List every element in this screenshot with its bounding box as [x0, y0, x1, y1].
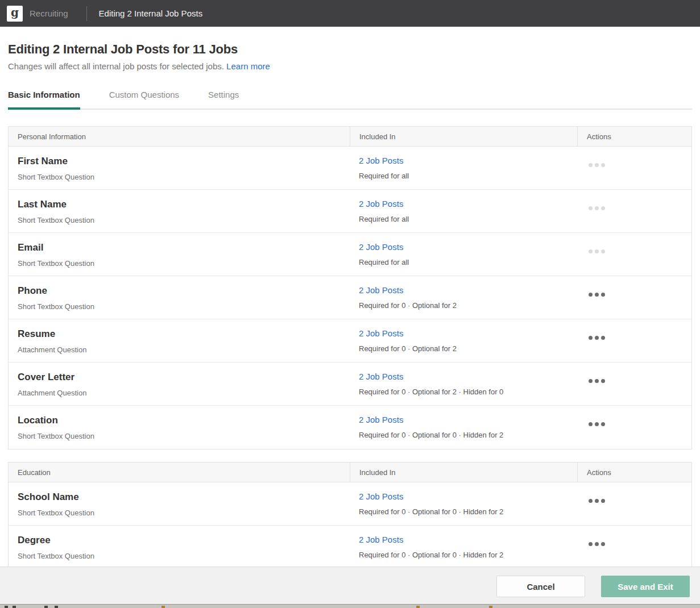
table-row: Phone Short Textbox Question 2 Job Posts… — [9, 276, 691, 319]
column-header-actions: Actions — [577, 127, 691, 146]
job-posts-link[interactable]: 2 Job Posts — [359, 285, 403, 295]
actions-cell — [577, 482, 691, 525]
ellipsis-icon — [595, 542, 599, 546]
ellipsis-icon — [595, 163, 599, 167]
row-actions-menu-button[interactable] — [586, 290, 607, 299]
question-cell: School Name Short Textbox Question — [9, 482, 350, 525]
row-actions-menu-button[interactable] — [586, 497, 607, 505]
job-posts-link[interactable]: 2 Job Posts — [359, 156, 403, 165]
question-cell: Last Name Short Textbox Question — [9, 190, 350, 232]
row-inclusion-status: Required for 0 · Optional for 2 — [359, 344, 577, 353]
table-row: Email Short Textbox Question 2 Job Posts… — [9, 233, 691, 276]
row-inclusion-status: Required for 0 · Optional for 0 · Hidden… — [359, 551, 577, 559]
actions-cell — [577, 363, 691, 405]
included-in-cell: 2 Job Posts Required for 0 · Optional fo… — [350, 482, 577, 525]
cancel-button[interactable]: Cancel — [496, 576, 585, 597]
job-posts-link[interactable]: 2 Job Posts — [359, 415, 403, 424]
ellipsis-icon — [589, 379, 593, 383]
education-table: Education Included In Actions School Nam… — [8, 462, 692, 569]
job-posts-link[interactable]: 2 Job Posts — [359, 535, 403, 544]
tab-custom-questions[interactable]: Custom Questions — [109, 90, 179, 109]
job-posts-link[interactable]: 2 Job Posts — [359, 492, 403, 501]
row-inclusion-status: Required for all — [359, 258, 577, 266]
row-title: Phone — [18, 285, 350, 297]
ellipsis-icon — [589, 422, 593, 426]
ellipsis-icon — [601, 379, 605, 383]
included-in-cell: 2 Job Posts Required for 0 · Optional fo… — [350, 276, 577, 319]
row-question-type: Attachment Question — [18, 389, 350, 397]
table-row: Cover Letter Attachment Question 2 Job P… — [9, 363, 691, 406]
row-question-type: Short Textbox Question — [18, 552, 350, 560]
bottom-strip-speck — [13, 606, 16, 608]
column-header-included-in: Included In — [350, 127, 577, 146]
question-cell: Resume Attachment Question — [9, 319, 350, 362]
row-question-type: Short Textbox Question — [18, 302, 350, 311]
ellipsis-icon — [589, 206, 593, 210]
column-header-actions: Actions — [577, 463, 691, 482]
ellipsis-icon — [601, 422, 605, 426]
row-question-type: Short Textbox Question — [18, 259, 350, 268]
bottom-strip-speck — [5, 606, 8, 608]
learn-more-link[interactable]: Learn more — [226, 61, 270, 71]
ellipsis-icon — [595, 422, 599, 426]
tab-settings[interactable]: Settings — [208, 90, 239, 109]
job-posts-link[interactable]: 2 Job Posts — [359, 199, 403, 209]
save-and-exit-button[interactable]: Save and Exit — [601, 576, 690, 597]
included-in-cell: 2 Job Posts Required for all — [350, 233, 577, 276]
row-inclusion-status: Required for all — [359, 215, 577, 223]
row-title: Email — [18, 241, 350, 254]
question-cell: Location Short Textbox Question — [9, 406, 350, 449]
ellipsis-icon — [589, 249, 593, 253]
ellipsis-icon — [589, 499, 593, 503]
product-name-recruiting[interactable]: Recruiting — [30, 9, 68, 18]
actions-cell — [577, 147, 691, 189]
job-posts-link[interactable]: 2 Job Posts — [359, 372, 403, 381]
ellipsis-icon — [601, 336, 605, 340]
row-inclusion-status: Required for 0 · Optional for 0 · Hidden… — [359, 431, 577, 439]
table-row: Degree Short Textbox Question 2 Job Post… — [9, 526, 691, 569]
row-title: Location — [18, 414, 350, 427]
table-row: First Name Short Textbox Question 2 Job … — [9, 147, 691, 190]
ellipsis-icon — [589, 293, 593, 297]
question-cell: Cover Letter Attachment Question — [9, 363, 350, 405]
row-title: Resume — [18, 328, 350, 340]
question-cell: Degree Short Textbox Question — [9, 526, 350, 569]
table-row: Resume Attachment Question 2 Job Posts R… — [9, 319, 691, 363]
ellipsis-icon — [601, 249, 605, 253]
included-in-cell: 2 Job Posts Required for 0 · Optional fo… — [350, 526, 577, 569]
row-inclusion-status: Required for all — [359, 172, 577, 180]
ellipsis-icon — [589, 542, 593, 546]
job-posts-link[interactable]: 2 Job Posts — [359, 328, 403, 338]
ellipsis-icon — [595, 499, 599, 503]
ellipsis-icon — [601, 293, 605, 297]
question-cell: First Name Short Textbox Question — [9, 147, 350, 189]
ellipsis-icon — [601, 542, 605, 546]
ellipsis-icon — [595, 206, 599, 210]
row-actions-menu-button[interactable] — [586, 420, 607, 428]
page-subtitle: Changes will affect all internal job pos… — [8, 61, 270, 71]
greenhouse-logo[interactable]: g — [7, 6, 23, 22]
job-posts-link[interactable]: 2 Job Posts — [359, 242, 403, 252]
included-in-cell: 2 Job Posts Required for all — [350, 190, 577, 232]
row-title: Last Name — [18, 198, 350, 211]
row-title: Degree — [18, 534, 350, 547]
row-title: First Name — [18, 155, 350, 168]
question-cell: Phone Short Textbox Question — [9, 276, 350, 319]
row-actions-menu-button[interactable] — [586, 377, 607, 385]
included-in-cell: 2 Job Posts Required for 0 · Optional fo… — [350, 319, 577, 362]
actions-cell — [577, 526, 691, 569]
bottom-strip-speck — [55, 606, 58, 608]
tab-bar: Basic Information Custom Questions Setti… — [8, 90, 692, 110]
actions-cell — [577, 406, 691, 449]
row-question-type: Short Textbox Question — [18, 173, 350, 181]
row-actions-menu-button[interactable] — [586, 334, 607, 342]
ellipsis-icon — [601, 163, 605, 167]
row-question-type: Short Textbox Question — [18, 509, 350, 517]
table-header-row: Personal Information Included In Actions — [9, 127, 691, 147]
ellipsis-icon — [589, 336, 593, 340]
tab-basic-information[interactable]: Basic Information — [8, 90, 80, 109]
row-actions-menu-button[interactable] — [586, 540, 607, 548]
top-navigation-bar: g Recruiting Editing 2 Internal Job Post… — [0, 0, 700, 27]
row-question-type: Short Textbox Question — [18, 432, 350, 440]
ellipsis-icon — [595, 293, 599, 297]
